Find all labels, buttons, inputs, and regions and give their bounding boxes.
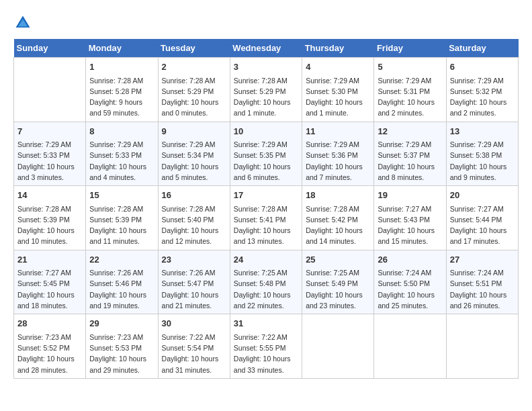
day-info: Sunrise: 7:29 AMSunset: 5:35 PMDaylight:… xyxy=(234,139,298,183)
day-number: 18 xyxy=(306,189,370,202)
day-number: 31 xyxy=(234,317,298,330)
day-header-thursday: Thursday xyxy=(302,39,374,58)
calendar-cell: 1Sunrise: 7:28 AMSunset: 5:28 PMDaylight… xyxy=(86,58,158,122)
day-number: 10 xyxy=(234,125,298,138)
day-info: Sunrise: 7:29 AMSunset: 5:34 PMDaylight:… xyxy=(162,139,226,183)
day-number: 26 xyxy=(378,253,442,267)
day-info: Sunrise: 7:27 AMSunset: 5:45 PMDaylight:… xyxy=(17,267,82,311)
calendar-cell: 20Sunrise: 7:27 AMSunset: 5:44 PMDayligh… xyxy=(446,186,518,250)
calendar-cell: 25Sunrise: 7:25 AMSunset: 5:49 PMDayligh… xyxy=(302,250,374,314)
calendar-cell: 7Sunrise: 7:29 AMSunset: 5:33 PMDaylight… xyxy=(14,122,86,186)
calendar-cell: 5Sunrise: 7:29 AMSunset: 5:31 PMDaylight… xyxy=(374,58,446,122)
day-info: Sunrise: 7:29 AMSunset: 5:36 PMDaylight:… xyxy=(306,139,370,183)
day-number: 17 xyxy=(234,189,298,202)
day-number: 25 xyxy=(306,253,370,267)
day-number: 19 xyxy=(378,189,442,202)
calendar-cell: 11Sunrise: 7:29 AMSunset: 5:36 PMDayligh… xyxy=(302,122,374,186)
calendar-cell: 16Sunrise: 7:28 AMSunset: 5:40 PMDayligh… xyxy=(158,186,230,250)
calendar-cell xyxy=(302,314,374,379)
calendar-cell xyxy=(374,314,446,379)
calendar-cell: 28Sunrise: 7:23 AMSunset: 5:52 PMDayligh… xyxy=(14,314,86,379)
calendar-week-row: 7Sunrise: 7:29 AMSunset: 5:33 PMDaylight… xyxy=(14,122,519,186)
day-number: 28 xyxy=(17,317,82,330)
day-header-sunday: Sunday xyxy=(14,39,86,58)
day-header-wednesday: Wednesday xyxy=(230,39,302,58)
calendar-cell: 4Sunrise: 7:29 AMSunset: 5:30 PMDaylight… xyxy=(302,58,374,122)
day-info: Sunrise: 7:28 AMSunset: 5:39 PMDaylight:… xyxy=(17,203,82,247)
calendar-cell: 27Sunrise: 7:24 AMSunset: 5:51 PMDayligh… xyxy=(446,250,518,314)
day-number: 2 xyxy=(162,60,226,74)
day-info: Sunrise: 7:28 AMSunset: 5:40 PMDaylight:… xyxy=(162,203,226,247)
calendar-cell: 21Sunrise: 7:27 AMSunset: 5:45 PMDayligh… xyxy=(14,250,86,314)
day-number: 5 xyxy=(378,60,442,74)
day-info: Sunrise: 7:28 AMSunset: 5:29 PMDaylight:… xyxy=(162,75,226,119)
calendar-cell xyxy=(446,314,518,379)
day-header-tuesday: Tuesday xyxy=(158,39,230,58)
calendar-cell: 10Sunrise: 7:29 AMSunset: 5:35 PMDayligh… xyxy=(230,122,302,186)
day-info: Sunrise: 7:29 AMSunset: 5:32 PMDaylight:… xyxy=(450,75,515,119)
calendar-cell: 15Sunrise: 7:28 AMSunset: 5:39 PMDayligh… xyxy=(86,186,158,250)
day-number: 16 xyxy=(162,189,226,202)
calendar-cell: 18Sunrise: 7:28 AMSunset: 5:42 PMDayligh… xyxy=(302,186,374,250)
day-number: 6 xyxy=(450,60,515,74)
day-info: Sunrise: 7:28 AMSunset: 5:28 PMDaylight:… xyxy=(89,75,154,119)
calendar-cell: 22Sunrise: 7:26 AMSunset: 5:46 PMDayligh… xyxy=(86,250,158,314)
day-number: 13 xyxy=(450,125,515,138)
day-info: Sunrise: 7:23 AMSunset: 5:52 PMDaylight:… xyxy=(17,332,82,375)
day-number: 21 xyxy=(17,253,82,267)
day-number: 3 xyxy=(234,60,298,74)
calendar-header-row: SundayMondayTuesdayWednesdayThursdayFrid… xyxy=(14,39,519,58)
calendar-cell: 26Sunrise: 7:24 AMSunset: 5:50 PMDayligh… xyxy=(374,250,446,314)
day-info: Sunrise: 7:29 AMSunset: 5:38 PMDaylight:… xyxy=(450,139,515,183)
day-number: 22 xyxy=(89,253,154,267)
day-info: Sunrise: 7:27 AMSunset: 5:43 PMDaylight:… xyxy=(378,203,442,247)
day-info: Sunrise: 7:22 AMSunset: 5:54 PMDaylight:… xyxy=(162,332,226,375)
calendar-cell xyxy=(14,58,86,122)
day-number: 9 xyxy=(162,125,226,138)
calendar-table: SundayMondayTuesdayWednesdayThursdayFrid… xyxy=(13,39,519,379)
calendar-cell: 17Sunrise: 7:28 AMSunset: 5:41 PMDayligh… xyxy=(230,186,302,250)
day-info: Sunrise: 7:29 AMSunset: 5:37 PMDaylight:… xyxy=(378,139,442,183)
day-info: Sunrise: 7:26 AMSunset: 5:46 PMDaylight:… xyxy=(89,267,154,311)
page-header xyxy=(13,13,519,32)
day-number: 15 xyxy=(89,189,154,202)
day-number: 14 xyxy=(17,189,82,202)
calendar-cell: 3Sunrise: 7:28 AMSunset: 5:29 PMDaylight… xyxy=(230,58,302,122)
day-number: 20 xyxy=(450,189,515,202)
day-info: Sunrise: 7:28 AMSunset: 5:41 PMDaylight:… xyxy=(234,203,298,247)
calendar-cell: 19Sunrise: 7:27 AMSunset: 5:43 PMDayligh… xyxy=(374,186,446,250)
calendar-cell: 24Sunrise: 7:25 AMSunset: 5:48 PMDayligh… xyxy=(230,250,302,314)
day-number: 29 xyxy=(89,317,154,330)
calendar-week-row: 1Sunrise: 7:28 AMSunset: 5:28 PMDaylight… xyxy=(14,58,519,122)
day-info: Sunrise: 7:29 AMSunset: 5:30 PMDaylight:… xyxy=(306,75,370,119)
calendar-week-row: 21Sunrise: 7:27 AMSunset: 5:45 PMDayligh… xyxy=(14,250,519,314)
day-info: Sunrise: 7:23 AMSunset: 5:53 PMDaylight:… xyxy=(89,332,154,375)
day-info: Sunrise: 7:29 AMSunset: 5:33 PMDaylight:… xyxy=(17,139,82,183)
day-number: 27 xyxy=(450,253,515,267)
day-header-monday: Monday xyxy=(86,39,158,58)
day-number: 1 xyxy=(89,60,154,74)
calendar-cell: 30Sunrise: 7:22 AMSunset: 5:54 PMDayligh… xyxy=(158,314,230,379)
calendar-cell: 13Sunrise: 7:29 AMSunset: 5:38 PMDayligh… xyxy=(446,122,518,186)
calendar-week-row: 28Sunrise: 7:23 AMSunset: 5:52 PMDayligh… xyxy=(14,314,519,379)
logo xyxy=(13,13,35,32)
day-number: 7 xyxy=(17,125,82,138)
day-number: 23 xyxy=(162,253,226,267)
day-number: 24 xyxy=(234,253,298,267)
day-info: Sunrise: 7:26 AMSunset: 5:47 PMDaylight:… xyxy=(162,267,226,311)
calendar-cell: 6Sunrise: 7:29 AMSunset: 5:32 PMDaylight… xyxy=(446,58,518,122)
day-info: Sunrise: 7:29 AMSunset: 5:31 PMDaylight:… xyxy=(378,75,442,119)
day-number: 12 xyxy=(378,125,442,138)
day-info: Sunrise: 7:29 AMSunset: 5:33 PMDaylight:… xyxy=(89,139,154,183)
day-header-saturday: Saturday xyxy=(446,39,518,58)
calendar-cell: 9Sunrise: 7:29 AMSunset: 5:34 PMDaylight… xyxy=(158,122,230,186)
calendar-cell: 8Sunrise: 7:29 AMSunset: 5:33 PMDaylight… xyxy=(86,122,158,186)
calendar-week-row: 14Sunrise: 7:28 AMSunset: 5:39 PMDayligh… xyxy=(14,186,519,250)
day-header-friday: Friday xyxy=(374,39,446,58)
day-number: 8 xyxy=(89,125,154,138)
day-info: Sunrise: 7:28 AMSunset: 5:39 PMDaylight:… xyxy=(89,203,154,247)
day-info: Sunrise: 7:24 AMSunset: 5:51 PMDaylight:… xyxy=(450,267,515,311)
day-number: 30 xyxy=(162,317,226,330)
calendar-cell: 12Sunrise: 7:29 AMSunset: 5:37 PMDayligh… xyxy=(374,122,446,186)
day-info: Sunrise: 7:25 AMSunset: 5:49 PMDaylight:… xyxy=(306,267,370,311)
